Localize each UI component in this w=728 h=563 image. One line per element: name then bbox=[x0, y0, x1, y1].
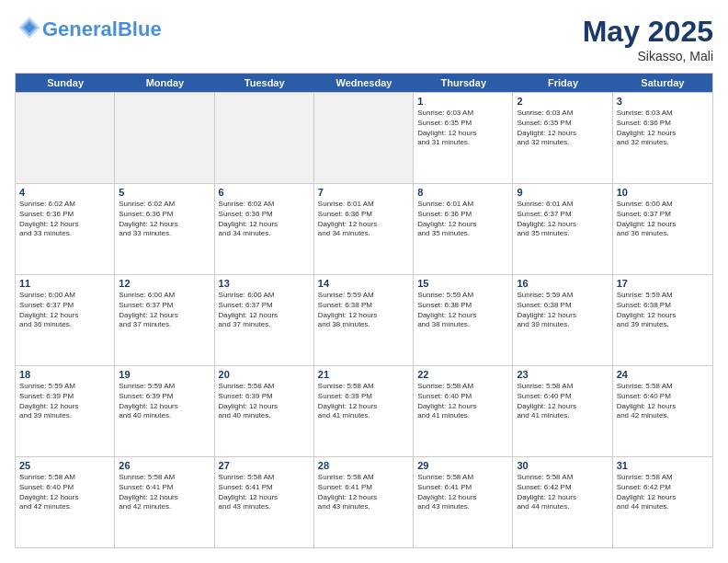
cell-info: Sunrise: 6:00 AM Sunset: 6:37 PM Dayligh… bbox=[19, 291, 110, 330]
day-cell-6: 6Sunrise: 6:02 AM Sunset: 6:36 PM Daylig… bbox=[215, 184, 314, 274]
location-subtitle: Sikasso, Mali bbox=[583, 49, 713, 63]
day-number: 12 bbox=[119, 278, 210, 289]
day-number: 16 bbox=[517, 278, 608, 289]
cell-info: Sunrise: 6:02 AM Sunset: 6:36 PM Dayligh… bbox=[19, 200, 110, 239]
logo-general: General bbox=[42, 17, 118, 40]
day-number: 18 bbox=[19, 369, 110, 380]
day-cell-14: 14Sunrise: 5:59 AM Sunset: 6:38 PM Dayli… bbox=[314, 275, 414, 365]
day-number: 14 bbox=[318, 278, 409, 289]
day-cell-11: 11Sunrise: 6:00 AM Sunset: 6:37 PM Dayli… bbox=[16, 275, 115, 365]
day-number: 31 bbox=[617, 460, 709, 471]
day-cell-30: 30Sunrise: 5:58 AM Sunset: 6:42 PM Dayli… bbox=[513, 457, 612, 547]
day-cell-31: 31Sunrise: 5:58 AM Sunset: 6:42 PM Dayli… bbox=[613, 457, 712, 547]
calendar-row-1: 1Sunrise: 6:03 AM Sunset: 6:35 PM Daylig… bbox=[16, 92, 712, 183]
day-number: 2 bbox=[517, 96, 608, 107]
header-day-friday: Friday bbox=[513, 74, 612, 92]
cell-info: Sunrise: 6:00 AM Sunset: 6:37 PM Dayligh… bbox=[617, 200, 709, 239]
cell-info: Sunrise: 6:01 AM Sunset: 6:36 PM Dayligh… bbox=[417, 200, 508, 239]
day-cell-2: 2Sunrise: 6:03 AM Sunset: 6:35 PM Daylig… bbox=[513, 93, 612, 183]
cell-info: Sunrise: 5:58 AM Sunset: 6:39 PM Dayligh… bbox=[318, 382, 409, 421]
cell-info: Sunrise: 5:59 AM Sunset: 6:39 PM Dayligh… bbox=[19, 382, 110, 421]
cell-info: Sunrise: 5:59 AM Sunset: 6:38 PM Dayligh… bbox=[617, 291, 709, 330]
title-block: May 2025 Sikasso, Mali bbox=[583, 15, 713, 63]
day-number: 26 bbox=[119, 460, 210, 471]
day-number: 23 bbox=[517, 369, 608, 380]
day-cell-3: 3Sunrise: 6:03 AM Sunset: 6:36 PM Daylig… bbox=[613, 93, 712, 183]
day-number: 8 bbox=[417, 187, 508, 198]
cell-info: Sunrise: 6:00 AM Sunset: 6:37 PM Dayligh… bbox=[119, 291, 210, 330]
cell-info: Sunrise: 5:59 AM Sunset: 6:38 PM Dayligh… bbox=[417, 291, 508, 330]
day-number: 9 bbox=[517, 187, 608, 198]
day-cell-16: 16Sunrise: 5:59 AM Sunset: 6:38 PM Dayli… bbox=[513, 275, 612, 365]
cell-info: Sunrise: 5:59 AM Sunset: 6:38 PM Dayligh… bbox=[318, 291, 409, 330]
day-cell-29: 29Sunrise: 5:58 AM Sunset: 6:41 PM Dayli… bbox=[414, 457, 513, 547]
day-cell-25: 25Sunrise: 5:58 AM Sunset: 6:40 PM Dayli… bbox=[16, 457, 115, 547]
day-cell-1: 1Sunrise: 6:03 AM Sunset: 6:35 PM Daylig… bbox=[414, 93, 513, 183]
day-number: 5 bbox=[119, 187, 210, 198]
cell-info: Sunrise: 5:58 AM Sunset: 6:40 PM Dayligh… bbox=[517, 382, 608, 421]
cell-info: Sunrise: 6:02 AM Sunset: 6:36 PM Dayligh… bbox=[119, 200, 210, 239]
day-cell-27: 27Sunrise: 5:58 AM Sunset: 6:41 PM Dayli… bbox=[215, 457, 314, 547]
day-cell-18: 18Sunrise: 5:59 AM Sunset: 6:39 PM Dayli… bbox=[16, 366, 115, 456]
day-number: 15 bbox=[417, 278, 508, 289]
day-cell-21: 21Sunrise: 5:58 AM Sunset: 6:39 PM Dayli… bbox=[314, 366, 414, 456]
day-cell-10: 10Sunrise: 6:00 AM Sunset: 6:37 PM Dayli… bbox=[613, 184, 712, 274]
empty-cell bbox=[115, 93, 214, 183]
cell-info: Sunrise: 5:58 AM Sunset: 6:42 PM Dayligh… bbox=[617, 473, 709, 512]
cell-info: Sunrise: 5:58 AM Sunset: 6:41 PM Dayligh… bbox=[119, 473, 210, 512]
cell-info: Sunrise: 5:58 AM Sunset: 6:41 PM Dayligh… bbox=[417, 473, 508, 512]
day-cell-4: 4Sunrise: 6:02 AM Sunset: 6:36 PM Daylig… bbox=[16, 184, 115, 274]
day-cell-7: 7Sunrise: 6:01 AM Sunset: 6:36 PM Daylig… bbox=[314, 184, 414, 274]
cell-info: Sunrise: 5:58 AM Sunset: 6:41 PM Dayligh… bbox=[318, 473, 409, 512]
day-number: 19 bbox=[119, 369, 210, 380]
cell-info: Sunrise: 6:03 AM Sunset: 6:35 PM Dayligh… bbox=[517, 109, 608, 148]
day-number: 21 bbox=[318, 369, 409, 380]
cell-info: Sunrise: 5:58 AM Sunset: 6:42 PM Dayligh… bbox=[517, 473, 608, 512]
day-cell-19: 19Sunrise: 5:59 AM Sunset: 6:39 PM Dayli… bbox=[115, 366, 214, 456]
calendar-row-3: 11Sunrise: 6:00 AM Sunset: 6:37 PM Dayli… bbox=[16, 274, 712, 365]
cell-info: Sunrise: 5:58 AM Sunset: 6:40 PM Dayligh… bbox=[417, 382, 508, 421]
calendar-row-2: 4Sunrise: 6:02 AM Sunset: 6:36 PM Daylig… bbox=[16, 183, 712, 274]
cell-info: Sunrise: 6:03 AM Sunset: 6:35 PM Dayligh… bbox=[417, 109, 508, 148]
cell-info: Sunrise: 5:58 AM Sunset: 6:40 PM Dayligh… bbox=[19, 473, 110, 512]
day-cell-22: 22Sunrise: 5:58 AM Sunset: 6:40 PM Dayli… bbox=[414, 366, 513, 456]
header-day-sunday: Sunday bbox=[16, 74, 115, 92]
logo-blue: Blue bbox=[118, 17, 162, 40]
day-cell-23: 23Sunrise: 5:58 AM Sunset: 6:40 PM Dayli… bbox=[513, 366, 612, 456]
day-number: 27 bbox=[219, 460, 310, 471]
header: GeneralBlue May 2025 Sikasso, Mali bbox=[15, 15, 713, 63]
header-day-thursday: Thursday bbox=[414, 74, 513, 92]
calendar: SundayMondayTuesdayWednesdayThursdayFrid… bbox=[15, 73, 713, 548]
cell-info: Sunrise: 6:02 AM Sunset: 6:36 PM Dayligh… bbox=[219, 200, 310, 239]
day-number: 17 bbox=[617, 278, 709, 289]
calendar-body: 1Sunrise: 6:03 AM Sunset: 6:35 PM Daylig… bbox=[16, 92, 712, 547]
day-cell-8: 8Sunrise: 6:01 AM Sunset: 6:36 PM Daylig… bbox=[414, 184, 513, 274]
calendar-header: SundayMondayTuesdayWednesdayThursdayFrid… bbox=[16, 74, 712, 92]
cell-info: Sunrise: 6:01 AM Sunset: 6:37 PM Dayligh… bbox=[517, 200, 608, 239]
day-number: 3 bbox=[617, 96, 709, 107]
cell-info: Sunrise: 5:58 AM Sunset: 6:40 PM Dayligh… bbox=[617, 382, 709, 421]
header-day-monday: Monday bbox=[115, 74, 214, 92]
cell-info: Sunrise: 5:59 AM Sunset: 6:39 PM Dayligh… bbox=[119, 382, 210, 421]
day-cell-20: 20Sunrise: 5:58 AM Sunset: 6:39 PM Dayli… bbox=[215, 366, 314, 456]
day-number: 13 bbox=[219, 278, 310, 289]
day-cell-17: 17Sunrise: 5:59 AM Sunset: 6:38 PM Dayli… bbox=[613, 275, 712, 365]
cell-info: Sunrise: 6:01 AM Sunset: 6:36 PM Dayligh… bbox=[318, 200, 409, 239]
day-cell-24: 24Sunrise: 5:58 AM Sunset: 6:40 PM Dayli… bbox=[613, 366, 712, 456]
month-title: May 2025 bbox=[583, 15, 713, 49]
day-number: 28 bbox=[318, 460, 409, 471]
day-number: 6 bbox=[219, 187, 310, 198]
logo-icon bbox=[17, 15, 42, 40]
day-cell-9: 9Sunrise: 6:01 AM Sunset: 6:37 PM Daylig… bbox=[513, 184, 612, 274]
calendar-row-4: 18Sunrise: 5:59 AM Sunset: 6:39 PM Dayli… bbox=[16, 365, 712, 456]
page: GeneralBlue May 2025 Sikasso, Mali Sunda… bbox=[0, 0, 728, 563]
day-number: 1 bbox=[417, 96, 508, 107]
cell-info: Sunrise: 5:59 AM Sunset: 6:38 PM Dayligh… bbox=[517, 291, 608, 330]
day-cell-28: 28Sunrise: 5:58 AM Sunset: 6:41 PM Dayli… bbox=[314, 457, 414, 547]
header-day-tuesday: Tuesday bbox=[215, 74, 314, 92]
empty-cell bbox=[314, 93, 414, 183]
calendar-row-5: 25Sunrise: 5:58 AM Sunset: 6:40 PM Dayli… bbox=[16, 456, 712, 547]
day-number: 10 bbox=[617, 187, 709, 198]
day-cell-13: 13Sunrise: 6:00 AM Sunset: 6:37 PM Dayli… bbox=[215, 275, 314, 365]
cell-info: Sunrise: 5:58 AM Sunset: 6:41 PM Dayligh… bbox=[219, 473, 310, 512]
